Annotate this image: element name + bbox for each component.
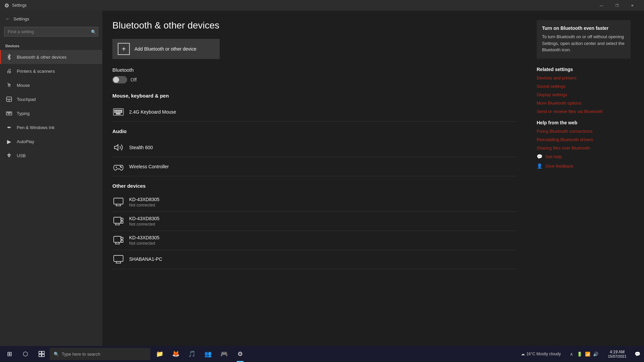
weather-area[interactable]: ☁ 16°C Mostly cloudy bbox=[518, 352, 564, 356]
speaker-icon bbox=[112, 141, 124, 154]
taskbar-clock[interactable]: 4:19 AM 15/07/2021 bbox=[604, 350, 631, 358]
svg-rect-3 bbox=[6, 112, 12, 115]
printer-icon: 🖨 bbox=[5, 67, 13, 75]
start-button[interactable]: ⊞ bbox=[1, 346, 17, 362]
svg-rect-22 bbox=[116, 113, 120, 114]
sidebar-item-label: Typing bbox=[17, 111, 30, 116]
other-device-1[interactable]: KD-43XD8305 Not connected bbox=[112, 212, 517, 231]
monitor-icon-0 bbox=[112, 196, 124, 208]
bluetooth-label: Bluetooth bbox=[112, 67, 517, 73]
help-section-title: Help from the web bbox=[537, 120, 631, 125]
svg-rect-13 bbox=[116, 110, 117, 111]
get-help-row[interactable]: 💬 Get help bbox=[537, 154, 631, 160]
taskbar-search-box[interactable]: 🔍 Type here to search bbox=[50, 348, 150, 360]
get-help-link[interactable]: Get help bbox=[545, 154, 562, 159]
taskbar-firefox[interactable]: 🦊 bbox=[168, 346, 184, 362]
controller-icon bbox=[112, 161, 124, 173]
pen-icon: ✒ bbox=[5, 124, 13, 131]
svg-point-8 bbox=[10, 113, 11, 113]
help-link-2[interactable]: Sharing files over Bluetooth bbox=[537, 145, 631, 150]
other-device-name-2: KD-43XD8305 bbox=[129, 235, 159, 240]
other-device-status-0: Not connected bbox=[129, 203, 159, 207]
sidebar-item-touchpad[interactable]: Touchpad bbox=[0, 92, 102, 106]
settings-icon: ⚙ bbox=[4, 3, 9, 8]
other-device-info-1: KD-43XD8305 Not connected bbox=[129, 216, 159, 227]
svg-rect-49 bbox=[42, 351, 44, 354]
related-link-4[interactable]: Send or receive files via Bluetooth bbox=[537, 109, 631, 114]
mouse-icon: 🖱 bbox=[5, 81, 13, 89]
related-link-0[interactable]: Devices and printers bbox=[537, 75, 631, 80]
controller-device-name: Wireless Controller bbox=[129, 164, 169, 169]
tip-text: To turn Bluetooth on or off without open… bbox=[542, 34, 625, 53]
content-main: Bluetooth & other devices + Add Bluetoot… bbox=[112, 20, 517, 337]
svg-rect-50 bbox=[39, 354, 41, 357]
other-device-0[interactable]: KD-43XD8305 Not connected bbox=[112, 193, 517, 212]
media-icon-2 bbox=[112, 234, 124, 246]
search-input[interactable] bbox=[4, 27, 98, 37]
keyboard-device-name: 2.4G Keyboard Mouse bbox=[129, 109, 176, 115]
related-link-2[interactable]: Display settings bbox=[537, 92, 631, 97]
other-device-2[interactable]: KD-43XD8305 Not connected bbox=[112, 231, 517, 250]
sidebar-item-autoplay[interactable]: ▶ AutoPlay bbox=[0, 134, 102, 148]
help-link-0[interactable]: Fixing Bluetooth connections bbox=[537, 129, 631, 134]
sidebar-item-label: Mouse bbox=[17, 83, 30, 88]
autoplay-icon: ▶ bbox=[5, 138, 13, 145]
notification-button[interactable]: 💬 bbox=[632, 346, 643, 362]
back-button[interactable]: ← Settings bbox=[0, 13, 102, 24]
help-link-1[interactable]: Reinstalling Bluetooth drivers bbox=[537, 137, 631, 142]
stealth-device-name: Stealth 600 bbox=[129, 145, 153, 150]
bluetooth-state-label: Off bbox=[130, 77, 137, 82]
window-controls: — ❐ ✕ bbox=[594, 0, 640, 11]
taskbar-pinned-apps: 📁 🦊 🎵 👥 🎮 ⚙ bbox=[152, 346, 518, 362]
svg-rect-17 bbox=[114, 112, 115, 113]
tray-volume-icon[interactable]: 🔊 bbox=[592, 350, 600, 358]
weather-text: 16°C Mostly cloudy bbox=[526, 352, 561, 356]
taskbar-search-icon: 🔍 bbox=[54, 352, 59, 357]
give-feedback-row[interactable]: 👤 Give feedback bbox=[537, 163, 631, 169]
related-link-1[interactable]: Sound settings bbox=[537, 84, 631, 89]
minimize-button[interactable]: — bbox=[594, 0, 609, 11]
page-title: Bluetooth & other devices bbox=[112, 20, 517, 31]
other-device-status-1: Not connected bbox=[129, 222, 159, 227]
search-button[interactable]: 🔍 bbox=[91, 29, 96, 34]
audio-device-stealth[interactable]: Stealth 600 bbox=[112, 138, 517, 157]
bluetooth-toggle[interactable] bbox=[112, 76, 127, 83]
sidebar-item-typing[interactable]: Typing bbox=[0, 106, 102, 120]
related-link-3[interactable]: More Bluetooth options bbox=[537, 101, 631, 106]
keyboard-device[interactable]: 2.4G Keyboard Mouse bbox=[112, 103, 517, 122]
sidebar-item-bluetooth[interactable]: Bluetooth & other devices bbox=[0, 50, 102, 64]
svg-rect-20 bbox=[119, 112, 120, 113]
typing-icon bbox=[5, 110, 13, 117]
svg-rect-12 bbox=[114, 110, 115, 111]
taskbar-file-explorer[interactable]: 📁 bbox=[152, 346, 168, 362]
sidebar: ← Settings 🔍 Devices Bluetooth & other d… bbox=[0, 11, 102, 346]
sidebar-item-mouse[interactable]: 🖱 Mouse bbox=[0, 78, 102, 92]
other-device-3[interactable]: SHABANA1-PC bbox=[112, 250, 517, 269]
taskbar-task-view[interactable] bbox=[34, 346, 50, 362]
controller-device[interactable]: Wireless Controller bbox=[112, 157, 517, 176]
tray-chevron[interactable]: ∧ bbox=[568, 350, 576, 358]
touchpad-icon bbox=[5, 96, 13, 103]
clock-time: 4:19 AM bbox=[610, 350, 625, 354]
taskbar-game-app[interactable]: 🎮 bbox=[216, 346, 232, 362]
taskbar-spotify[interactable]: 🎵 bbox=[184, 346, 200, 362]
give-feedback-link[interactable]: Give feedback bbox=[545, 164, 573, 169]
sidebar-item-usb[interactable]: USB bbox=[0, 148, 102, 163]
add-device-button[interactable]: + Add Bluetooth or other device bbox=[112, 39, 220, 59]
taskbar-cortana[interactable]: ⬡ bbox=[17, 346, 34, 362]
svg-point-5 bbox=[7, 113, 8, 113]
clock-date: 15/07/2021 bbox=[608, 354, 626, 358]
sidebar-item-printers[interactable]: 🖨 Printers & scanners bbox=[0, 64, 102, 78]
close-button[interactable]: ✕ bbox=[625, 0, 640, 11]
taskbar-settings[interactable]: ⚙ bbox=[232, 346, 248, 362]
svg-rect-14 bbox=[118, 110, 119, 111]
taskbar-teams[interactable]: 👥 bbox=[200, 346, 216, 362]
tray-wifi-icon[interactable]: 📶 bbox=[584, 350, 592, 358]
give-feedback-icon: 👤 bbox=[537, 163, 543, 169]
sidebar-item-pen[interactable]: ✒ Pen & Windows Ink bbox=[0, 120, 102, 134]
svg-point-7 bbox=[9, 113, 10, 113]
tray-battery-icon[interactable]: 🔋 bbox=[576, 350, 584, 358]
taskbar: ⊞ ⬡ 🔍 Type here to search 📁 🦊 🎵 👥 🎮 ⚙ ☁ … bbox=[0, 346, 644, 362]
maximize-button[interactable]: ❐ bbox=[609, 0, 625, 11]
main-container: ← Settings 🔍 Devices Bluetooth & other d… bbox=[0, 11, 644, 346]
